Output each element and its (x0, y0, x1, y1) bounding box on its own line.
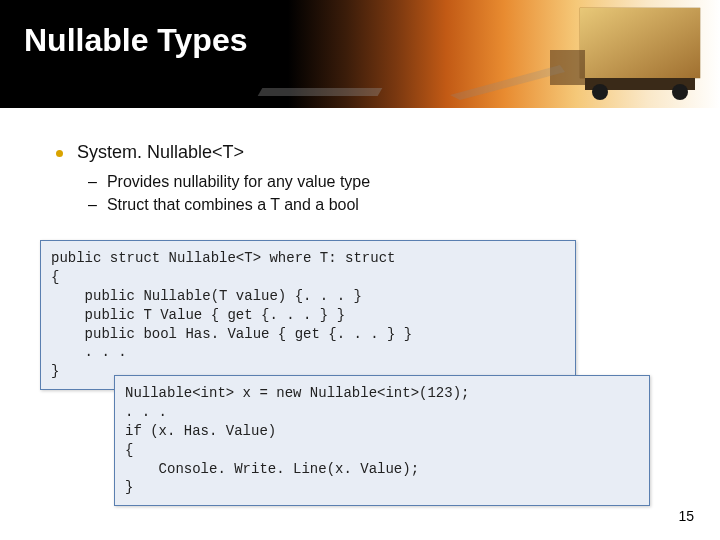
page-number: 15 (678, 508, 694, 524)
slide-header: Nullable Types (0, 0, 720, 108)
svg-marker-6 (450, 65, 565, 100)
dash-icon: – (88, 173, 97, 190)
slide-content: System. Nullable<T> –Provides nullabilit… (0, 108, 720, 214)
dash-icon: – (88, 196, 97, 213)
road-stripe (258, 88, 383, 96)
svg-point-3 (592, 84, 608, 100)
bullet-item: System. Nullable<T> –Provides nullabilit… (56, 142, 664, 214)
code-block-struct: public struct Nullable<T> where T: struc… (40, 240, 576, 390)
sub-bullet-text: Provides nullability for any value type (107, 173, 370, 190)
code-block-usage: Nullable<int> x = new Nullable<int>(123)… (114, 375, 650, 506)
truck-graphic (430, 0, 710, 108)
sub-bullet-item: –Provides nullability for any value type (88, 173, 664, 191)
bullet-dot-icon (56, 150, 63, 157)
sub-bullet-text: Struct that combines a T and a bool (107, 196, 359, 213)
bullet-text: System. Nullable<T> (77, 142, 244, 162)
slide-title: Nullable Types (24, 22, 247, 59)
svg-rect-1 (580, 8, 700, 78)
sub-bullet-item: –Struct that combines a T and a bool (88, 196, 664, 214)
svg-point-4 (672, 84, 688, 100)
